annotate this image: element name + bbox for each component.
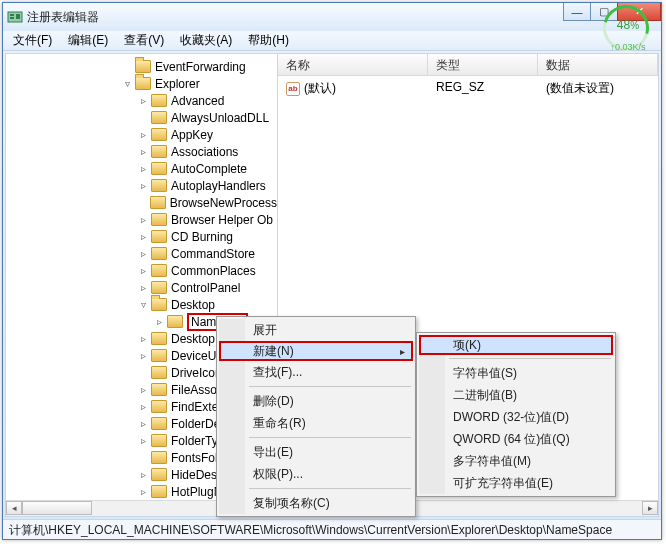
expand-icon[interactable] <box>138 112 149 123</box>
tree-node[interactable]: ▹CD Burning <box>6 228 277 245</box>
folder-icon <box>151 366 167 379</box>
expand-icon[interactable] <box>138 367 149 378</box>
tree-node[interactable]: ▹Associations <box>6 143 277 160</box>
tree-node[interactable]: ▹AppKey <box>6 126 277 143</box>
folder-icon <box>151 434 167 447</box>
tree-label: AutoplayHandlers <box>171 179 266 193</box>
tree-label: BrowseNewProcess <box>170 196 277 210</box>
expand-icon[interactable]: ▹ <box>138 231 149 242</box>
ctx-separator <box>249 386 411 387</box>
folder-icon <box>151 128 167 141</box>
menu-favorites[interactable]: 收藏夹(A) <box>174 31 238 50</box>
ctx-copy-key-name[interactable]: 复制项名称(C) <box>219 492 413 514</box>
expand-icon[interactable] <box>137 197 148 208</box>
tree-node[interactable]: AlwaysUnloadDLL <box>6 109 277 126</box>
tree-label: ControlPanel <box>171 281 240 295</box>
folder-icon <box>151 162 167 175</box>
ctx-separator <box>249 437 411 438</box>
expand-icon[interactable]: ▹ <box>138 435 149 446</box>
ctx-new-expandstring[interactable]: 可扩充字符串值(E) <box>419 472 613 494</box>
ctx-expand[interactable]: 展开 <box>219 319 413 341</box>
folder-icon <box>151 451 167 464</box>
tree-node[interactable]: EventForwarding <box>6 58 277 75</box>
expand-icon[interactable]: ▹ <box>138 486 149 497</box>
ctx-new-qword[interactable]: QWORD (64 位)值(Q) <box>419 428 613 450</box>
expand-icon[interactable]: ▹ <box>138 265 149 276</box>
menu-help[interactable]: 帮助(H) <box>242 31 295 50</box>
scroll-right-icon[interactable]: ▸ <box>642 501 658 515</box>
scroll-thumb[interactable] <box>22 501 92 515</box>
speed-percent: 48% <box>603 15 653 32</box>
expand-icon[interactable]: ▹ <box>154 316 165 327</box>
folder-icon <box>151 94 167 107</box>
menu-edit[interactable]: 编辑(E) <box>62 31 114 50</box>
list-row[interactable]: ab(默认) REG_SZ (数值未设置) <box>278 76 658 101</box>
expand-icon[interactable]: ▹ <box>138 469 149 480</box>
expand-icon[interactable]: ▹ <box>138 146 149 157</box>
tree-node[interactable]: ▹CommandStore <box>6 245 277 262</box>
folder-icon <box>151 264 167 277</box>
ctx-delete[interactable]: 删除(D) <box>219 390 413 412</box>
column-type[interactable]: 类型 <box>428 54 538 75</box>
expand-icon[interactable]: ▹ <box>138 350 149 361</box>
expand-icon[interactable]: ▿ <box>138 299 149 310</box>
expand-icon[interactable]: ▹ <box>138 418 149 429</box>
registry-icon <box>7 9 23 25</box>
expand-icon[interactable]: ▹ <box>138 180 149 191</box>
ctx-new-binary[interactable]: 二进制值(B) <box>419 384 613 406</box>
ctx-permissions[interactable]: 权限(P)... <box>219 463 413 485</box>
tree-node[interactable]: ▹AutoComplete <box>6 160 277 177</box>
value-name: (默认) <box>304 80 336 97</box>
folder-icon <box>151 111 167 124</box>
expand-icon[interactable]: ▹ <box>138 129 149 140</box>
folder-icon <box>151 349 167 362</box>
ctx-rename[interactable]: 重命名(R) <box>219 412 413 434</box>
column-name[interactable]: 名称 <box>278 54 428 75</box>
value-data: (数值未设置) <box>538 78 658 99</box>
folder-icon <box>151 230 167 243</box>
ctx-find[interactable]: 查找(F)... <box>219 361 413 383</box>
column-data[interactable]: 数据 <box>538 54 658 75</box>
folder-icon <box>151 383 167 396</box>
speed-widget[interactable]: 48% ↑0.03K/s <box>603 5 653 55</box>
folder-icon <box>151 179 167 192</box>
tree-node[interactable]: ▿Explorer <box>6 75 277 92</box>
expand-icon[interactable]: ▹ <box>138 282 149 293</box>
submenu-arrow-icon: ▸ <box>400 346 405 357</box>
menu-file[interactable]: 文件(F) <box>7 31 58 50</box>
expand-icon[interactable]: ▹ <box>138 95 149 106</box>
scroll-left-icon[interactable]: ◂ <box>6 501 22 515</box>
expand-icon[interactable] <box>122 61 133 72</box>
tree-node[interactable]: ▹Browser Helper Ob <box>6 211 277 228</box>
statusbar: 计算机\HKEY_LOCAL_MACHINE\SOFTWARE\Microsof… <box>3 519 661 539</box>
ctx-new[interactable]: 新建(N)▸ <box>219 341 413 361</box>
ctx-export[interactable]: 导出(E) <box>219 441 413 463</box>
expand-icon[interactable]: ▹ <box>138 333 149 344</box>
tree-label: AutoComplete <box>171 162 247 176</box>
list-header[interactable]: 名称 类型 数据 <box>278 54 658 76</box>
tree-node[interactable]: ▿Desktop <box>6 296 277 313</box>
expand-icon[interactable]: ▿ <box>122 78 133 89</box>
expand-icon[interactable]: ▹ <box>138 248 149 259</box>
tree-node[interactable]: ▹CommonPlaces <box>6 262 277 279</box>
expand-icon[interactable]: ▹ <box>138 384 149 395</box>
titlebar[interactable]: 注册表编辑器 — ▢ ✕ <box>3 3 661 31</box>
expand-icon[interactable]: ▹ <box>138 401 149 412</box>
tree-label: EventForwarding <box>155 60 246 74</box>
menu-view[interactable]: 查看(V) <box>118 31 170 50</box>
tree-node[interactable]: ▹Advanced <box>6 92 277 109</box>
minimize-button[interactable]: — <box>563 3 591 21</box>
folder-icon <box>151 468 167 481</box>
expand-icon[interactable]: ▹ <box>138 214 149 225</box>
expand-icon[interactable] <box>138 452 149 463</box>
tree-node[interactable]: ▹ControlPanel <box>6 279 277 296</box>
menubar: 文件(F) 编辑(E) 查看(V) 收藏夹(A) 帮助(H) <box>3 31 661 51</box>
tree-node[interactable]: ▹AutoplayHandlers <box>6 177 277 194</box>
ctx-new-key[interactable]: 项(K) <box>419 335 613 355</box>
folder-icon <box>151 247 167 260</box>
ctx-new-string[interactable]: 字符串值(S) <box>419 362 613 384</box>
ctx-new-multistring[interactable]: 多字符串值(M) <box>419 450 613 472</box>
ctx-new-dword[interactable]: DWORD (32-位)值(D) <box>419 406 613 428</box>
tree-node[interactable]: BrowseNewProcess <box>6 194 277 211</box>
expand-icon[interactable]: ▹ <box>138 163 149 174</box>
